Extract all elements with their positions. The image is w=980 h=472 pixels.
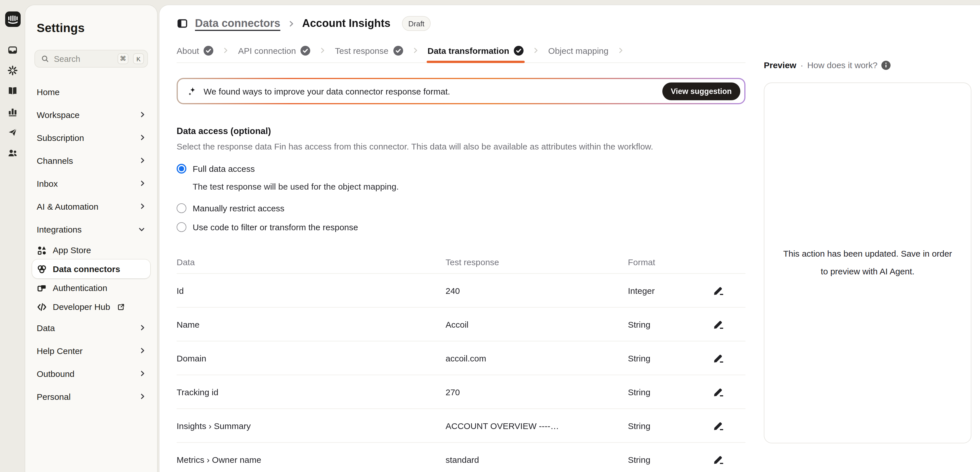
sidebar-item-authentication[interactable]: Authentication bbox=[32, 279, 150, 297]
full-access-helper-text: The test response will be used for the o… bbox=[192, 182, 746, 191]
sidebar-item-workspace[interactable]: Workspace bbox=[33, 103, 149, 126]
outbound-icon[interactable] bbox=[7, 127, 18, 138]
chevron-right-icon bbox=[618, 38, 623, 62]
table-row: Insights › Summary ACCOUNT OVERVIEW ----… bbox=[177, 409, 746, 442]
sparkle-icon bbox=[187, 86, 198, 97]
chevron-right-icon bbox=[139, 111, 146, 119]
sidebar-nav: Home Workspace Subscription Channels Inb… bbox=[33, 80, 149, 408]
inbox-icon[interactable] bbox=[7, 44, 18, 55]
chevron-down-icon bbox=[138, 226, 146, 232]
icon-rail bbox=[0, 0, 25, 472]
radio-unselected-icon[interactable] bbox=[177, 203, 186, 213]
tab-object-mapping[interactable]: Object mapping bbox=[548, 38, 608, 62]
sidebar-item-developer-hub[interactable]: Developer Hub bbox=[32, 297, 150, 316]
search-icon bbox=[41, 54, 49, 63]
tab-data-transformation[interactable]: Data transformation bbox=[428, 38, 523, 62]
suggestion-banner: We found ways to improve your data conne… bbox=[177, 78, 746, 104]
tab-test-response[interactable]: Test response bbox=[335, 38, 403, 62]
chevron-right-icon bbox=[533, 38, 538, 62]
sidebar-item-personal[interactable]: Personal bbox=[33, 385, 149, 408]
sidebar-item-home[interactable]: Home bbox=[33, 80, 149, 103]
chevron-right-icon bbox=[223, 38, 228, 62]
chevron-right-icon bbox=[139, 369, 146, 377]
sidebar-title: Settings bbox=[37, 21, 146, 35]
status-badge: Draft bbox=[402, 16, 431, 31]
how-does-it-work-link[interactable]: How does it work? bbox=[807, 60, 877, 70]
edit-format-button[interactable] bbox=[712, 385, 725, 398]
table-header: Data Test response Format bbox=[177, 250, 746, 273]
sidebar-item-data-connectors[interactable]: Data connectors bbox=[32, 260, 150, 279]
sidebar-item-help-center[interactable]: Help Center bbox=[33, 339, 149, 362]
table-row: Name Accoil String bbox=[177, 307, 746, 341]
app-store-icon bbox=[37, 245, 47, 255]
edit-format-button[interactable] bbox=[712, 453, 725, 466]
sidebar-item-channels[interactable]: Channels bbox=[33, 149, 149, 172]
shortcut-k-keycap: K bbox=[133, 53, 144, 64]
tab-api-connection[interactable]: API connection bbox=[238, 38, 310, 62]
check-circle-icon bbox=[393, 46, 403, 55]
search-input[interactable]: Search ⌘ K bbox=[34, 50, 148, 68]
info-icon[interactable] bbox=[881, 60, 891, 70]
table-row: Metrics › Owner name standard String bbox=[177, 442, 746, 472]
check-circle-icon bbox=[301, 46, 310, 55]
breadcrumb: Data connectors Account Insights Draft bbox=[177, 13, 980, 34]
sidebar-item-app-store[interactable]: App Store bbox=[32, 241, 150, 260]
reports-icon[interactable] bbox=[7, 106, 18, 117]
radio-manually-restrict[interactable]: Manually restrict access bbox=[177, 203, 746, 213]
app-window: Settings Search ⌘ K Home Workspace Subsc… bbox=[0, 0, 980, 472]
data-access-heading: Data access (optional) bbox=[177, 126, 746, 136]
sidebar-item-integrations[interactable]: Integrations bbox=[33, 218, 149, 241]
step-tabs: About API connection Test response bbox=[177, 38, 746, 63]
sidebar-item-subscription[interactable]: Subscription bbox=[33, 126, 149, 149]
radio-use-code[interactable]: Use code to filter or transform the resp… bbox=[177, 222, 746, 232]
authentication-icon bbox=[37, 283, 47, 293]
banner-message: We found ways to improve your data conne… bbox=[204, 86, 662, 96]
preview-separator: · bbox=[800, 60, 803, 70]
chevron-right-icon bbox=[139, 202, 146, 210]
contacts-icon[interactable] bbox=[7, 147, 18, 159]
view-suggestion-button[interactable]: View suggestion bbox=[662, 82, 740, 100]
sidebar-item-outbound[interactable]: Outbound bbox=[33, 362, 149, 385]
tab-about[interactable]: About bbox=[177, 38, 213, 62]
data-access-description: Select the response data Fin has access … bbox=[177, 141, 746, 151]
sidebar-item-data[interactable]: Data bbox=[33, 316, 149, 339]
chevron-right-icon bbox=[320, 38, 325, 62]
column-header-test-response: Test response bbox=[445, 257, 628, 267]
radio-unselected-icon[interactable] bbox=[177, 222, 186, 232]
chevron-right-icon bbox=[139, 179, 146, 187]
radio-selected-icon[interactable] bbox=[177, 164, 186, 174]
chevron-right-icon bbox=[288, 19, 294, 28]
knowledge-icon[interactable] bbox=[7, 86, 18, 97]
edit-format-button[interactable] bbox=[712, 419, 725, 432]
main-column: About API connection Test response bbox=[177, 34, 746, 472]
sidebar-item-inbox[interactable]: Inbox bbox=[33, 172, 149, 195]
page-title: Account Insights bbox=[302, 17, 390, 30]
data-connectors-icon bbox=[37, 264, 47, 274]
fin-ai-icon[interactable] bbox=[7, 65, 18, 76]
chevron-right-icon bbox=[139, 324, 146, 332]
edit-format-button[interactable] bbox=[712, 284, 725, 297]
chevron-right-icon bbox=[139, 133, 146, 141]
preview-title: Preview bbox=[764, 60, 796, 70]
sidebar-item-ai-automation[interactable]: AI & Automation bbox=[33, 195, 149, 218]
search-placeholder: Search bbox=[54, 54, 113, 63]
panel-left-icon[interactable] bbox=[177, 18, 188, 29]
data-table: Data Test response Format Id 240 Integer bbox=[177, 250, 746, 472]
edit-format-button[interactable] bbox=[712, 352, 725, 364]
radio-full-data-access[interactable]: Full data access bbox=[177, 164, 746, 174]
preview-message: This action has been updated. Save in or… bbox=[781, 246, 954, 281]
edit-format-button[interactable] bbox=[712, 318, 725, 331]
check-circle-icon bbox=[514, 46, 523, 55]
chevron-right-icon bbox=[413, 38, 418, 62]
code-icon bbox=[37, 302, 47, 312]
column-header-data: Data bbox=[177, 257, 445, 267]
table-row: Tracking id 270 String bbox=[177, 375, 746, 409]
main-content: Data connectors Account Insights Draft A… bbox=[159, 5, 980, 472]
preview-card: This action has been updated. Save in or… bbox=[764, 82, 971, 443]
chevron-right-icon bbox=[139, 392, 146, 401]
intercom-logo[interactable] bbox=[5, 11, 21, 27]
chevron-right-icon bbox=[139, 156, 146, 165]
breadcrumb-data-connectors-link[interactable]: Data connectors bbox=[195, 17, 280, 30]
table-row: Domain accoil.com String bbox=[177, 341, 746, 375]
check-circle-icon bbox=[204, 46, 213, 55]
